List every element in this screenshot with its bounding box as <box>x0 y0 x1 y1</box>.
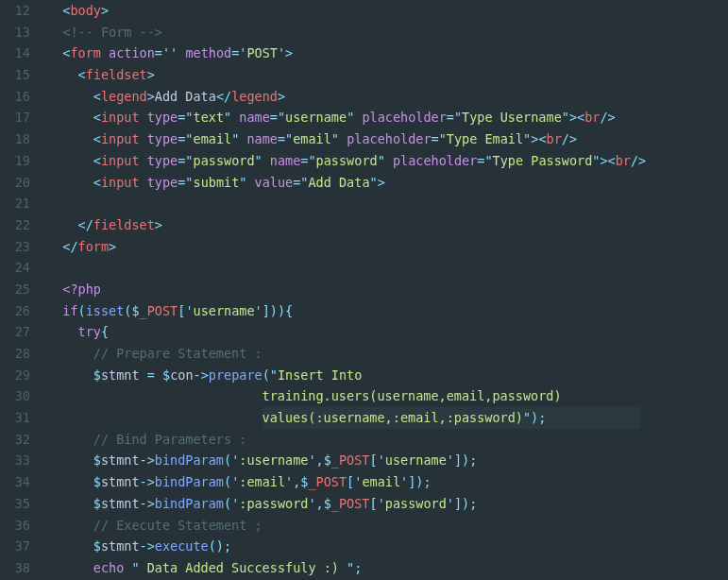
code-line[interactable]: echo " Data Added Successfuly :) "; <box>47 557 728 579</box>
code-line[interactable]: training.users(username,email,password) <box>47 385 728 407</box>
token-pun: " <box>270 367 278 383</box>
token-pun: < <box>78 67 86 82</box>
token-pun: -> <box>140 496 155 511</box>
token-attr: type <box>147 153 178 168</box>
token-str: username <box>285 110 347 125</box>
token-attr: name <box>246 131 278 146</box>
token-txt <box>140 153 147 168</box>
token-str: submit <box>194 175 240 190</box>
token-pun: ]); <box>454 452 477 468</box>
token-txt <box>155 367 162 383</box>
code-area[interactable]: <body> <!-- Form --> <form action='' met… <box>47 0 728 580</box>
token-tag: input <box>101 110 140 125</box>
token-pun: </ <box>216 89 231 104</box>
line-number: 26 <box>0 300 30 322</box>
token-pun: >< <box>600 153 615 168</box>
token-pun: > <box>101 3 109 18</box>
token-txt <box>140 131 147 146</box>
code-line[interactable]: <!-- Form --> <box>47 22 728 43</box>
code-line[interactable]: values(:username,:email,:password)"); <box>47 407 728 429</box>
line-number: 37 <box>0 536 30 557</box>
code-line[interactable]: <form action='' method='POST'> <box>47 43 728 64</box>
token-pun: < <box>93 89 101 104</box>
token-pun: > <box>378 175 385 190</box>
code-line[interactable]: // Bind Parameters : <box>47 429 728 451</box>
code-line[interactable]: $stmnt->execute(); <box>47 536 728 557</box>
code-line[interactable]: <input type="password" name="password" p… <box>47 150 728 172</box>
token-kw: if <box>62 303 77 318</box>
code-line[interactable]: <input type="submit" value="Add Data"> <box>47 172 728 194</box>
code-line[interactable]: <?php <box>47 279 728 300</box>
token-pun: (); <box>209 538 231 554</box>
token-pun: { <box>101 324 109 339</box>
token-php: <?php <box>62 281 101 297</box>
code-line[interactable]: </form> <box>47 236 728 258</box>
token-txt <box>101 45 109 60</box>
token-post: _POST <box>331 496 370 511</box>
token-pun: = <box>270 110 278 125</box>
token-pun: ' <box>447 496 454 511</box>
code-line[interactable]: $stmnt->bindParam(':password',$_POST['pa… <box>47 493 728 515</box>
token-str: username <box>385 452 447 468</box>
line-number: 18 <box>0 128 30 150</box>
token-attr: method <box>185 45 231 60</box>
code-line[interactable]: <legend>Add Data</legend> <box>47 86 728 108</box>
token-pun: = <box>278 131 285 146</box>
token-cmt: // Execute Statement ; <box>93 518 262 533</box>
token-pun: ]); <box>454 496 477 511</box>
token-attr: type <box>147 131 178 146</box>
line-number: 38 <box>0 557 30 579</box>
code-line[interactable]: <body> <box>47 0 728 22</box>
code-line[interactable]: <fieldset> <box>47 64 728 86</box>
token-txt <box>385 153 393 168</box>
code-line[interactable]: $stmnt->bindParam(':email',$_POST['email… <box>47 471 728 493</box>
code-line[interactable]: try{ <box>47 321 728 343</box>
token-pun: = <box>147 367 155 383</box>
code-line[interactable]: </fieldset> <box>47 214 728 236</box>
code-line[interactable]: $stmnt->bindParam(':username',$_POST['us… <box>47 450 728 471</box>
token-str: Type Email <box>447 131 523 146</box>
token-pun: > <box>155 217 162 232</box>
token-pun: = <box>432 131 439 146</box>
token-pun: " <box>347 560 354 575</box>
token-pun: > <box>147 89 155 104</box>
line-number: 22 <box>0 214 30 236</box>
line-number: 15 <box>0 64 30 86</box>
line-number: 17 <box>0 107 30 128</box>
code-line[interactable]: // Execute Statement ; <box>47 515 728 537</box>
code-line[interactable] <box>47 257 728 279</box>
token-pun: ( <box>224 496 231 511</box>
code-line[interactable]: <input type="text" name="username" place… <box>47 107 728 128</box>
token-txt <box>339 131 347 146</box>
token-sig: $ <box>324 496 331 511</box>
line-number: 34 <box>0 471 30 493</box>
code-line[interactable] <box>47 193 728 214</box>
token-var: stmnt <box>101 452 140 468</box>
token-pun: = <box>447 110 454 125</box>
token-attr: type <box>147 110 178 125</box>
line-number: 20 <box>0 172 30 194</box>
token-pun: " <box>484 153 492 168</box>
code-line[interactable]: // Prepare Statement : <box>47 343 728 365</box>
token-var: con <box>170 367 193 383</box>
token-tag: form <box>78 239 110 254</box>
token-sig: $ <box>162 367 170 383</box>
token-pun: ( <box>78 303 86 318</box>
line-number: 14 <box>0 43 30 64</box>
code-line[interactable]: $stmnt = $con->prepare("Insert Into <box>47 365 728 386</box>
token-pun: ])) <box>262 303 285 318</box>
token-pun: ' <box>378 452 385 468</box>
token-pun: " <box>454 110 462 125</box>
token-pun: ]); <box>408 474 431 489</box>
code-line[interactable]: <input type="email" name="email" placeho… <box>47 128 728 150</box>
token-kw: echo <box>93 560 125 575</box>
token-pun: ' <box>185 303 193 318</box>
code-line[interactable]: if(isset($_POST['username'])){ <box>47 300 728 322</box>
token-pun: > <box>278 89 285 104</box>
token-attr: name <box>239 110 270 125</box>
token-str: Type Password <box>493 153 593 168</box>
token-cmt: // Prepare Statement : <box>93 346 262 361</box>
token-cmt: <!-- Form --> <box>62 25 162 40</box>
line-number: 30 <box>0 385 30 407</box>
token-txt <box>140 110 147 125</box>
